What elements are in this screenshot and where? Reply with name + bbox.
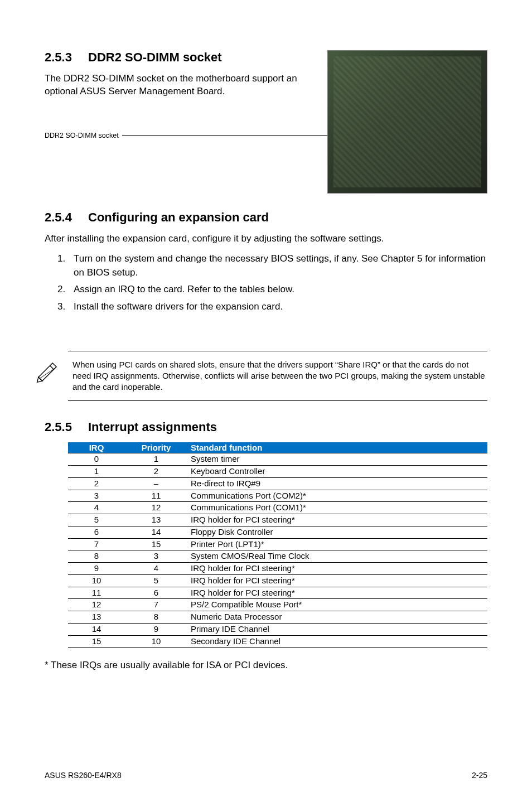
page-footer: ASUS RS260-E4/RX8 2-25 <box>45 754 487 780</box>
table-row: 311Communications Port (COM2)* <box>68 490 487 502</box>
irq-table: IRQ Priority Standard function 01System … <box>68 442 487 648</box>
note-box: When using PCI cards on shared slots, en… <box>68 351 487 402</box>
irq-footnote: * These IRQs are usually available for I… <box>45 660 487 671</box>
steps-list: Turn on the system and change the necess… <box>45 252 487 317</box>
table-row: 614Floppy Disk Controller <box>68 526 487 538</box>
table-row: 2–Re-direct to IRQ#9 <box>68 477 487 490</box>
table-row: 513IRQ holder for PCI steering* <box>68 514 487 526</box>
section-254-num: 2.5.4 <box>45 210 88 225</box>
footer-right: 2-25 <box>472 771 487 780</box>
table-row: 105IRQ holder for PCI steering* <box>68 574 487 587</box>
photo-caption-row: DDR2 SO-DIMM socket <box>45 132 316 139</box>
table-row: 116IRQ holder for PCI steering* <box>68 587 487 599</box>
note-icon <box>35 359 60 385</box>
section-253-body: The DDR2 SO-DIMM socket on the motherboa… <box>45 73 316 98</box>
motherboard-photo <box>327 50 487 194</box>
photo-caption: DDR2 SO-DIMM socket <box>45 132 119 139</box>
table-row: 127PS/2 Compatible Mouse Port* <box>68 599 487 611</box>
section-253-heading: 2.5.3DDR2 SO-DIMM socket <box>45 50 316 65</box>
section-255-title: Interrupt assignments <box>88 420 217 434</box>
table-row: 1510Secondary IDE Channel <box>68 635 487 648</box>
table-row: 149Primary IDE Channel <box>68 623 487 635</box>
section-253-num: 2.5.3 <box>45 50 88 65</box>
section-254-title: Configuring an expansion card <box>88 210 269 224</box>
table-row: 83System CMOS/Real Time Clock <box>68 550 487 563</box>
col-priority: Priority <box>125 442 187 453</box>
caption-leader-line <box>122 135 327 136</box>
section-253-title: DDR2 SO-DIMM socket <box>88 50 222 64</box>
svg-line-0 <box>50 365 54 369</box>
col-function: Standard function <box>187 442 487 453</box>
table-row: 138Numeric Data Processor <box>68 611 487 624</box>
section-254-heading: 2.5.4Configuring an expansion card <box>45 210 487 225</box>
table-header-row: IRQ Priority Standard function <box>68 442 487 453</box>
table-row: 715Printer Port (LPT1)* <box>68 538 487 550</box>
section-254-body: After installing the expansion card, con… <box>45 233 487 245</box>
section-255-num: 2.5.5 <box>45 420 88 434</box>
table-row: 01System timer <box>68 453 487 466</box>
step-item: Turn on the system and change the necess… <box>68 252 487 279</box>
footer-left: ASUS RS260-E4/RX8 <box>45 771 122 780</box>
section-255-heading: 2.5.5Interrupt assignments <box>45 420 487 434</box>
col-irq: IRQ <box>68 442 125 453</box>
table-row: 412Communications Port (COM1)* <box>68 502 487 514</box>
irq-table-body: 01System timer 12Keyboard Controller 2–R… <box>68 453 487 648</box>
table-row: 94IRQ holder for PCI steering* <box>68 563 487 575</box>
step-item: Install the software drivers for the exp… <box>68 300 487 314</box>
table-row: 12Keyboard Controller <box>68 466 487 478</box>
step-item: Assign an IRQ to the card. Refer to the … <box>68 283 487 297</box>
note-text: When using PCI cards on shared slots, en… <box>72 359 487 393</box>
